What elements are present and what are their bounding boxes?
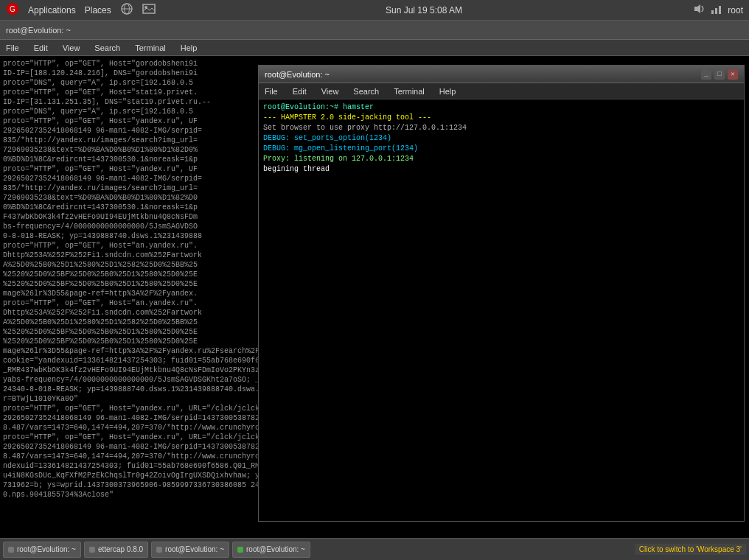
fg-title-bar: root@Evolution: ~ _ □ ✕: [259, 66, 744, 83]
svg-line-9: [702, 9, 703, 12]
volume-icon: [692, 3, 704, 17]
taskbar-label-0: root@Evolution: ~: [17, 545, 76, 553]
svg-rect-12: [719, 6, 721, 14]
taskbar-dot-0: [8, 547, 14, 553]
places-menu[interactable]: Places: [85, 5, 111, 15]
bg-menubar[interactable]: File Edit View Search Terminal Help: [0, 40, 749, 56]
minimize-button[interactable]: _: [701, 69, 711, 80]
svg-marker-7: [694, 4, 700, 13]
applications-menu[interactable]: Applications: [28, 5, 76, 15]
close-button[interactable]: ✕: [728, 69, 738, 80]
fg-terminal-title: root@Evolution: ~: [265, 70, 330, 79]
fg-menu-search[interactable]: Search: [350, 87, 382, 96]
taskbar-dot-2: [156, 547, 162, 553]
fg-menu-file[interactable]: File: [262, 87, 281, 96]
taskbar-label-3: root@Evolution: ~: [246, 545, 305, 553]
username: root: [728, 5, 743, 15]
svg-line-8: [702, 6, 703, 9]
fg-terminal-line: Set browser to use proxy http://127.0.0.…: [263, 123, 739, 133]
maximize-button[interactable]: □: [714, 69, 725, 80]
fg-terminal-line: Proxy: listening on 127.0.0.1:1234: [263, 154, 739, 164]
fg-terminal-line: DEBUG: set_ports_option(1234): [263, 133, 739, 144]
taskbar: root@Evolution: ~ ettercap 0.8.0 root@Ev…: [0, 538, 749, 560]
taskbar-dot-3: [237, 547, 243, 553]
terminal-prompt: root@Evolution:~# hamster: [263, 102, 739, 113]
taskbar-item-2[interactable]: root@Evolution: ~: [151, 542, 229, 558]
bg-menu-view[interactable]: View: [60, 43, 83, 52]
fg-terminal-line: --- HAMPSTER 2.0 side-jacking tool ---: [263, 113, 739, 123]
bg-menu-edit[interactable]: Edit: [31, 43, 51, 52]
main-area: root@Evolution: ~ File Edit View Search …: [0, 21, 749, 560]
bg-menu-file[interactable]: File: [3, 43, 22, 52]
image-icon: [142, 4, 156, 16]
network-icon: [710, 3, 722, 17]
taskbar-dot-1: [89, 547, 95, 553]
taskbar-item-3[interactable]: root@Evolution: ~: [232, 542, 310, 558]
window-controls: _ □ ✕: [701, 69, 738, 80]
fg-terminal-line: begining thread: [263, 164, 739, 175]
taskbar-label-1: ettercap 0.8.0: [98, 545, 143, 553]
bg-menu-terminal[interactable]: Terminal: [132, 43, 169, 52]
fg-menu-help[interactable]: Help: [436, 87, 459, 96]
sys-bar-right: root: [692, 3, 743, 17]
fg-menu-terminal[interactable]: Terminal: [391, 87, 428, 96]
svg-rect-10: [711, 10, 714, 14]
bg-terminal-title: root@Evolution: ~: [6, 26, 71, 35]
fg-menu-view[interactable]: View: [318, 87, 342, 96]
globe-icon: [120, 2, 133, 18]
gnome-logo: G: [6, 2, 19, 18]
sys-bar-left: G Applications Places: [6, 2, 156, 18]
datetime: Sun Jul 19 5:08 AM: [386, 5, 462, 15]
taskbar-item-0[interactable]: root@Evolution: ~: [3, 542, 81, 558]
taskbar-label-2: root@Evolution: ~: [165, 545, 224, 553]
bg-title-bar: root@Evolution: ~: [0, 21, 749, 40]
svg-rect-11: [715, 8, 717, 14]
fg-menubar[interactable]: File Edit View Search Terminal Help: [259, 83, 744, 99]
bg-menu-search[interactable]: Search: [91, 43, 123, 52]
svg-text:G: G: [10, 5, 15, 13]
taskbar-item-1[interactable]: ettercap 0.8.0: [84, 542, 148, 558]
fg-terminal-content: root@Evolution:~# hamster --- HAMPSTER 2…: [259, 99, 744, 521]
fg-menu-edit[interactable]: Edit: [290, 87, 310, 96]
fg-terminal-window: root@Evolution: ~ _ □ ✕ File Edit View S…: [258, 65, 745, 522]
bg-menu-help[interactable]: Help: [178, 43, 201, 52]
fg-terminal-line: DEBUG: mg_open_listening_port(1234): [263, 144, 739, 154]
workspace-hint: Click to switch to 'Workspace 3': [635, 544, 746, 555]
system-bar: G Applications Places Sun Jul 19 5:08 AM: [0, 0, 749, 21]
